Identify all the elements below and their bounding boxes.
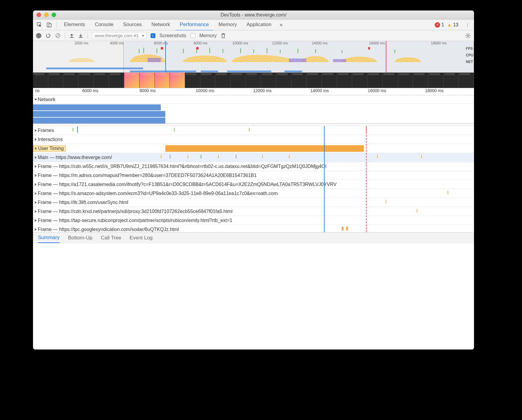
filmstrip-thumb[interactable] xyxy=(398,73,413,88)
frames-lane[interactable]: Frames xyxy=(33,126,474,135)
filmstrip-thumb[interactable] xyxy=(124,73,140,88)
frame-url: Frame — https://tpc.googlesyndication.co… xyxy=(38,227,179,232)
playhead-line[interactable] xyxy=(324,126,325,232)
filmstrip-thumb[interactable] xyxy=(140,73,155,88)
detail-ruler[interactable]: ns 6000 ms 8000 ms 10000 ms 12000 ms 140… xyxy=(33,88,474,95)
filmstrip-thumb[interactable] xyxy=(63,73,79,88)
screenshots-label: Screenshots xyxy=(160,33,186,38)
main-thread-lane[interactable]: Main — https://www.theverge.com/ xyxy=(33,153,474,162)
frame-row[interactable]: Frame — https://s.amazon-adsystem.com/ec… xyxy=(33,189,474,198)
memory-checkbox[interactable] xyxy=(190,33,195,38)
filmstrip-thumb[interactable] xyxy=(48,73,64,88)
filmstrip-thumb[interactable] xyxy=(94,73,109,88)
tab-application[interactable]: Application xyxy=(242,19,276,31)
maximize-icon[interactable] xyxy=(52,13,56,17)
screenshots-checkbox[interactable]: ✓ xyxy=(151,33,155,38)
error-count[interactable]: ✕1 xyxy=(435,22,444,28)
filmstrip-thumb[interactable] xyxy=(185,73,200,88)
chevron-right-icon[interactable] xyxy=(35,129,37,132)
filmstrip-thumb[interactable] xyxy=(200,73,216,88)
frame-row[interactable]: Frame — https://cdn.krxd.net/partnerjs/x… xyxy=(33,207,474,216)
kebab-menu-icon[interactable]: ⋮ xyxy=(463,21,472,29)
interactions-lane[interactable]: Interactions xyxy=(33,135,474,144)
chevron-right-icon[interactable] xyxy=(35,138,37,141)
filmstrip-thumb[interactable] xyxy=(79,73,94,88)
filmstrip-thumb[interactable] xyxy=(215,73,231,88)
frame-row[interactable]: Frame — https://m.adnxs.com/mapuid?membe… xyxy=(33,171,474,180)
filmstrip-thumb[interactable] xyxy=(413,73,428,88)
chevron-right-icon[interactable] xyxy=(35,219,37,222)
frame-row[interactable]: Frame — https://ib.3lift.com/userSync.ht… xyxy=(33,198,474,207)
flame-chart[interactable]: Frames Interactions User Timing Main — h… xyxy=(33,126,474,232)
tab-summary[interactable]: Summary xyxy=(38,235,60,243)
tab-performance[interactable]: Performance xyxy=(176,19,213,31)
overview-minimap[interactable]: 2000 ms 4000 ms 6000 ms 8000 ms 10000 ms… xyxy=(33,41,474,73)
tab-call-tree[interactable]: Call Tree xyxy=(101,235,121,241)
tab-network[interactable]: Network xyxy=(147,19,174,31)
filmstrip-thumb[interactable] xyxy=(109,73,124,88)
chevron-right-icon[interactable] xyxy=(35,147,37,150)
tab-console[interactable]: Console xyxy=(91,19,118,31)
screenshot-filmstrip[interactable] xyxy=(33,73,474,88)
filmstrip-thumb[interactable] xyxy=(428,73,444,88)
filmstrip-thumb[interactable] xyxy=(459,73,474,88)
reload-icon[interactable] xyxy=(46,33,51,38)
filmstrip-thumb[interactable] xyxy=(246,73,261,88)
chevron-right-icon[interactable] xyxy=(35,228,37,231)
filmstrip-thumb[interactable] xyxy=(322,73,337,88)
chevron-down-icon[interactable] xyxy=(34,99,37,100)
warning-count[interactable]: ▲13 xyxy=(447,22,458,28)
filmstrip-thumb[interactable] xyxy=(307,73,322,88)
chevron-right-icon[interactable] xyxy=(35,201,37,204)
filmstrip-thumb[interactable] xyxy=(368,73,383,88)
recording-select[interactable]: www.theverge.com #1 xyxy=(92,32,146,39)
details-pane xyxy=(33,244,474,350)
chevron-right-icon[interactable] xyxy=(35,192,37,195)
chevron-right-icon[interactable] xyxy=(35,156,37,159)
tab-bottom-up[interactable]: Bottom-Up xyxy=(68,235,92,241)
tab-event-log[interactable]: Event Log xyxy=(130,235,153,241)
filmstrip-thumb[interactable] xyxy=(337,73,352,88)
filmstrip-thumb[interactable] xyxy=(231,73,246,88)
filmstrip-thumb[interactable] xyxy=(383,73,398,88)
download-icon[interactable] xyxy=(78,33,83,38)
filmstrip-thumb[interactable] xyxy=(276,73,292,88)
filmstrip-thumb[interactable] xyxy=(292,73,307,88)
filmstrip-thumb[interactable] xyxy=(33,73,48,88)
trash-icon[interactable] xyxy=(221,33,226,38)
user-timing-span[interactable] xyxy=(165,145,364,152)
tab-elements[interactable]: Elements xyxy=(60,19,89,31)
tab-sources[interactable]: Sources xyxy=(119,19,146,31)
chevron-right-icon[interactable] xyxy=(35,174,37,177)
frame-row[interactable]: Frame — https://a1721.casalemedia.com/if… xyxy=(33,180,474,189)
chevron-right-icon[interactable] xyxy=(35,183,37,186)
tab-memory[interactable]: Memory xyxy=(214,19,241,31)
filmstrip-thumb[interactable] xyxy=(444,73,459,88)
close-icon[interactable] xyxy=(37,13,41,17)
filmstrip-thumb[interactable] xyxy=(352,73,368,88)
minimize-icon[interactable] xyxy=(44,13,49,17)
chevron-right-icon[interactable] xyxy=(35,210,37,213)
inspect-icon[interactable] xyxy=(35,21,44,29)
long-frame-marker xyxy=(196,47,199,50)
record-button[interactable] xyxy=(36,33,41,38)
more-tabs-icon[interactable]: » xyxy=(277,21,285,29)
upload-icon[interactable] xyxy=(69,33,74,38)
chevron-right-icon[interactable] xyxy=(35,165,37,168)
details-tabbar: Summary Bottom-Up Call Tree Event Log xyxy=(33,232,474,244)
frame-row[interactable]: Frame — https://tpc.googlesyndication.co… xyxy=(33,225,474,232)
filmstrip-thumb[interactable] xyxy=(261,73,276,88)
user-timing-lane[interactable]: User Timing xyxy=(33,144,474,153)
settings-gear-icon[interactable] xyxy=(465,33,471,39)
splitter-handle[interactable]: ⋯ xyxy=(33,124,474,126)
filmstrip-thumb[interactable] xyxy=(170,73,185,88)
filmstrip-thumb[interactable] xyxy=(155,73,170,88)
playhead-cursor[interactable] xyxy=(165,41,166,72)
network-track-header[interactable]: Network xyxy=(33,95,474,104)
frame-row[interactable]: Frame — https://cdn.w55c.net/i/s_0RB7U9m… xyxy=(33,162,474,171)
clear-icon[interactable] xyxy=(55,33,61,38)
frame-row[interactable]: Frame — https://tap-secure.rubiconprojec… xyxy=(33,216,474,225)
network-track-label: Network xyxy=(38,97,56,102)
network-bars[interactable] xyxy=(33,104,474,124)
device-toggle-icon[interactable] xyxy=(45,21,53,29)
